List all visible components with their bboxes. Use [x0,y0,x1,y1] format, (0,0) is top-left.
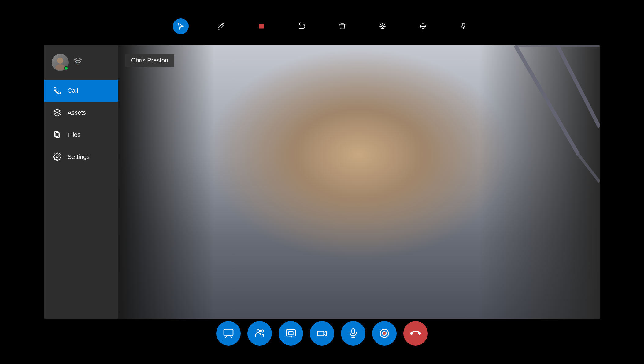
call-controls [216,321,428,346]
pointer-button[interactable] [173,18,189,34]
participants-icon [254,328,265,339]
files-icon [53,130,61,139]
screen-share-icon [285,328,296,339]
sidebar-item-call-label: Call [68,87,78,94]
chat-button[interactable] [216,321,241,346]
stop-button[interactable] [254,18,269,34]
pen-button[interactable] [213,18,229,34]
video-area: Chris Preston [118,45,600,319]
pin-button[interactable] [455,18,471,34]
svg-rect-18 [286,330,295,336]
microphone-button[interactable] [341,321,365,346]
svg-rect-1 [259,24,264,28]
svg-rect-19 [289,332,293,335]
svg-point-5 [55,64,65,70]
top-toolbar [173,18,471,34]
svg-point-17 [261,330,264,332]
svg-point-2 [382,25,384,28]
svg-point-0 [178,23,179,24]
wifi-icon [74,58,82,68]
end-call-button[interactable] [403,321,428,346]
undo-button[interactable] [294,18,310,34]
sidebar-item-files[interactable]: Files [44,124,118,146]
window-structure [431,45,600,209]
participants-button[interactable] [247,321,272,346]
move-button[interactable] [415,18,431,34]
sidebar-item-assets-label: Assets [68,109,86,116]
svg-rect-15 [224,329,233,336]
svg-line-14 [579,155,600,182]
sidebar-item-settings[interactable]: Settings [44,146,118,168]
user-section [44,45,118,80]
svg-rect-21 [352,329,355,334]
nav-items: Call Assets Files [44,80,118,319]
record-icon [379,328,390,339]
sidebar: Call Assets Files [44,45,118,319]
microphone-icon [348,328,359,339]
caller-name: Chris Preston [131,57,168,64]
svg-line-12 [557,45,600,127]
svg-point-4 [57,58,63,64]
main-area: Call Assets Files [44,45,600,319]
svg-rect-20 [317,331,324,336]
video-background: Chris Preston [118,45,600,319]
video-left-overlay [118,45,214,319]
sidebar-item-settings-label: Settings [68,153,90,160]
gear-icon [53,152,61,161]
svg-point-10 [56,156,58,158]
chat-icon [223,328,234,339]
cube-icon [53,108,61,117]
sidebar-item-call[interactable]: Call [44,80,118,102]
camera-icon [316,328,328,339]
svg-line-11 [515,45,579,155]
target-button[interactable] [375,18,390,34]
sidebar-item-assets[interactable]: Assets [44,102,118,124]
delete-button[interactable] [334,18,350,34]
camera-button[interactable] [310,321,334,346]
avatar-wrap [52,54,69,71]
sidebar-item-files-label: Files [68,131,80,138]
end-call-icon [410,328,421,339]
svg-point-25 [383,332,386,335]
status-online-dot [64,66,68,70]
svg-rect-8 [55,132,58,137]
screen-share-button[interactable] [279,321,303,346]
phone-icon [53,86,61,95]
caller-name-badge: Chris Preston [125,54,174,67]
record-button[interactable] [372,321,397,346]
svg-rect-9 [56,133,59,137]
